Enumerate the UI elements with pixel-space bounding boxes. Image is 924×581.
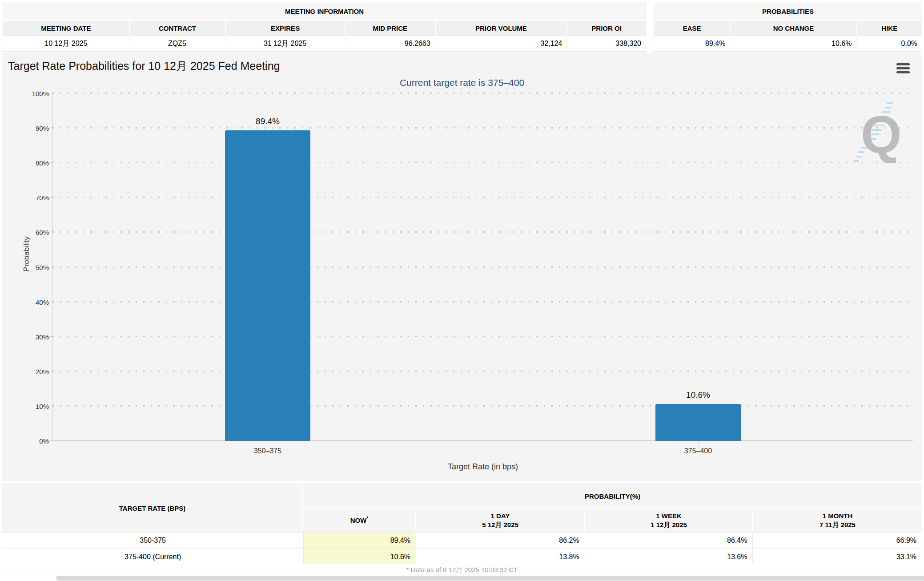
x-axis-tick: [698, 441, 699, 444]
now-asterisk: *: [366, 516, 368, 521]
y-axis-tick: [49, 162, 52, 163]
month-cell: 33.1%: [752, 549, 922, 565]
mid-price-value: 96.2663: [345, 36, 435, 51]
gridline: [52, 371, 913, 372]
target-rate-bps-header: TARGET RATE (BPS): [2, 484, 303, 532]
probability-column-headers: NOW* 1 DAY 5 12月 2025 1 WEEK 1 12月 2025 …: [303, 509, 922, 532]
day-cell: 13.8%: [416, 549, 585, 565]
plot-area: 0%10%20%30%40%50%60%70%80%90%100% Target…: [52, 93, 913, 441]
x-axis-category-label: 350–375: [225, 447, 310, 455]
gridline: [52, 127, 913, 129]
y-axis-tick-label: 10%: [18, 403, 49, 410]
week-cell: 13.6%: [585, 549, 753, 565]
now-cell: 89.4%: [304, 533, 416, 549]
day-cell: 86.2%: [416, 533, 585, 549]
col-header-contract: CONTRACT: [129, 21, 225, 36]
y-axis-tick-label: 20%: [18, 368, 49, 375]
now-cell: 10.6%: [304, 549, 416, 565]
col-header-now: NOW*: [303, 509, 415, 532]
probability-bar[interactable]: [655, 404, 741, 441]
y-axis-tick-label: 0%: [18, 437, 49, 445]
expires-value: 31 12月 2025: [225, 36, 345, 51]
col-header-ease: EASE: [654, 21, 730, 36]
y-axis-tick-label: 30%: [18, 333, 49, 341]
watermark-q-letter: Q: [861, 105, 902, 164]
gridline: [52, 301, 913, 303]
data-as-of-footnote: * Data as of 8 12月 2025 10:03:32 CT: [2, 564, 922, 576]
meeting-information-table: MEETING INFORMATION MEETING DATE CONTRAC…: [3, 2, 646, 52]
y-axis-labels: 0%10%20%30%40%50%60%70%80%90%100%: [15, 93, 49, 441]
y-axis-tick-label: 80%: [18, 159, 49, 167]
gridline: [52, 336, 913, 337]
x-axis-category-label: 375–400: [655, 447, 741, 455]
y-axis-tick-label: 90%: [18, 125, 49, 132]
chart-subtitle: Current target rate is 375–400: [2, 77, 922, 88]
y-axis-tick: [49, 302, 52, 302]
col-header-1-week: 1 WEEK 1 12月 2025: [584, 509, 752, 532]
gridline: [52, 266, 913, 268]
y-axis-tick: [49, 197, 52, 198]
prior-volume-value: 32,124: [435, 36, 567, 51]
gridline: [52, 405, 913, 407]
y-axis-tick: [49, 371, 52, 371]
col-header-prior-volume: PRIOR VOLUME: [435, 21, 567, 36]
bar-value-label: 89.4%: [225, 117, 310, 126]
y-axis-tick: [49, 406, 52, 406]
y-axis-tick: [49, 336, 52, 337]
month-cell: 66.9%: [752, 533, 922, 549]
meeting-information-value-row: 10 12月 2025 ZQZ5 31 12月 2025 96.2663 32,…: [3, 36, 646, 51]
meeting-information-title: MEETING INFORMATION: [3, 2, 646, 21]
col-header-hike: HIKE: [856, 21, 922, 36]
gridline: [52, 197, 913, 198]
gridline: [52, 93, 913, 94]
y-axis-tick: [49, 93, 52, 93]
probability-detail-table: TARGET RATE (BPS) PROBABILITY(%) NOW* 1 …: [2, 484, 922, 565]
col-header-mid-price: MID PRICE: [345, 21, 435, 36]
x-axis-title: Target Rate (in bps): [52, 462, 913, 472]
y-axis-tick: [49, 440, 52, 441]
gridline: [52, 231, 913, 233]
probabilities-value-row: 89.4% 10.6% 0.0%: [654, 36, 922, 51]
rate-cell: 350-375: [2, 533, 304, 549]
y-axis-tick-label: 50%: [18, 264, 49, 271]
probabilities-title: PROBABILITIES: [654, 2, 922, 21]
y-axis-tick-label: 100%: [18, 90, 49, 97]
table-row-350-375: 350-375 89.4% 86.2% 86.4% 66.9%: [2, 532, 922, 549]
chart-menu-hamburger-icon[interactable]: [896, 63, 910, 73]
y-axis-tick-label: 60%: [18, 229, 49, 236]
col-header-meeting-date: MEETING DATE: [3, 21, 129, 36]
chart-title: Target Rate Probabilities for 10 12月 202…: [8, 59, 280, 73]
x-axis-line: [52, 440, 913, 441]
ease-value: 89.4%: [654, 36, 730, 51]
y-axis-tick-label: 70%: [18, 194, 49, 202]
probabilities-summary-table: PROBABILITIES EASE NO CHANGE HIKE 89.4% …: [654, 2, 922, 52]
prior-oi-value: 338,320: [566, 36, 646, 51]
y-axis-tick-label: 40%: [18, 299, 49, 306]
no-change-value: 10.6%: [730, 36, 856, 51]
y-axis-title-wrap: Probability: [4, 223, 13, 276]
quikstrike-watermark-icon: Q: [853, 99, 911, 170]
y-axis-tick: [49, 128, 52, 128]
contract-value: ZQZ5: [129, 36, 225, 51]
bar-value-label: 10.6%: [655, 390, 741, 400]
horizontal-scrollbar[interactable]: [56, 576, 924, 581]
hike-value: 0.0%: [856, 36, 922, 51]
y-axis-tick: [49, 232, 52, 232]
probability-group-header: PROBABILITY(%): [303, 484, 922, 509]
probability-bar[interactable]: [225, 130, 310, 441]
col-header-1-day: 1 DAY 5 12月 2025: [415, 509, 584, 532]
gridline: [52, 162, 913, 163]
col-header-1-month: 1 MONTH 7 11月 2025: [752, 509, 922, 532]
col-header-no-change: NO CHANGE: [730, 21, 856, 36]
col-header-prior-oi: PRIOR OI: [566, 21, 646, 36]
table-row-375-400-current: 375-400 (Current) 10.6% 13.8% 13.6% 33.1…: [2, 549, 922, 565]
rate-cell: 375-400 (Current): [2, 549, 304, 565]
y-axis-tick: [49, 267, 52, 267]
meeting-information-header-row: MEETING DATE CONTRACT EXPIRES MID PRICE …: [3, 21, 646, 36]
col-header-expires: EXPIRES: [225, 21, 345, 36]
meeting-date-value: 10 12月 2025: [3, 36, 129, 51]
probabilities-header-row: EASE NO CHANGE HIKE: [654, 21, 922, 36]
x-axis-tick: [268, 441, 268, 444]
week-cell: 86.4%: [585, 533, 753, 549]
target-rate-chart-panel: Target Rate Probabilities for 10 12月 202…: [2, 52, 922, 481]
